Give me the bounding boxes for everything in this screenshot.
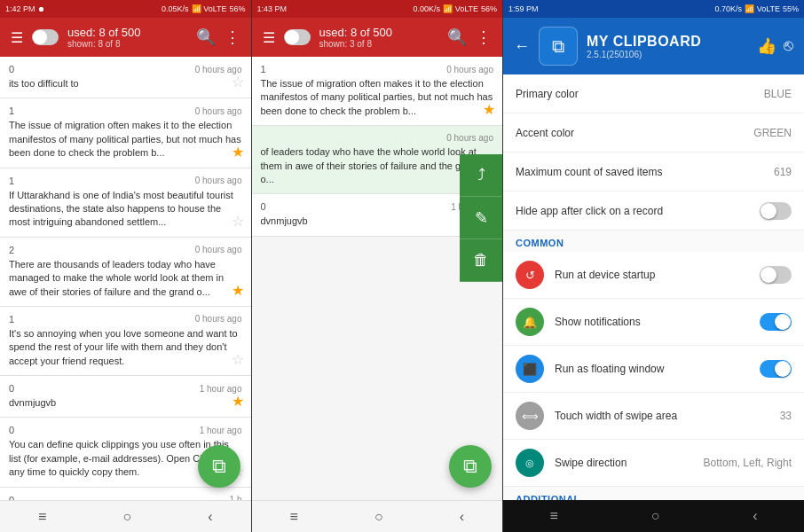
bottom-nav-3: ≡ ○ ‹ bbox=[503, 500, 804, 532]
app-icon-3: ⧉ bbox=[539, 27, 578, 66]
list-item[interactable]: 0 0 hours ago its too difficult to ☆ bbox=[0, 57, 251, 98]
more-icon-2[interactable]: ⋮ bbox=[476, 27, 492, 47]
fab-2[interactable]: ⧉ bbox=[449, 445, 492, 488]
panel-2: 1:43 PM 0.00K/s 📶 VoLTE 56% ☰ used: 8 of… bbox=[252, 0, 503, 532]
more-icon-1[interactable]: ⋮ bbox=[225, 27, 240, 47]
clip-list-1: 0 0 hours ago its too difficult to ☆ 1 0… bbox=[0, 57, 251, 500]
battery-1: 56% bbox=[229, 4, 245, 13]
nav-home-icon-2[interactable]: ○ bbox=[374, 509, 383, 525]
status-right-1: 0.05K/s 📶 VoLTE 56% bbox=[162, 4, 245, 13]
floating-icon: ⬛ bbox=[516, 355, 544, 383]
back-icon-3[interactable]: ← bbox=[514, 37, 530, 56]
action-overlay: ⤴ ✎ 🗑 bbox=[460, 154, 502, 282]
settings-header-actions: 👍 ⎋ bbox=[757, 36, 793, 56]
list-item[interactable]: 1 0 hours ago The issue of migration oft… bbox=[252, 57, 503, 126]
nav-home-icon-1[interactable]: ○ bbox=[122, 509, 131, 525]
swipe-direction-icon: ◎ bbox=[516, 449, 544, 477]
notification-icon: 🔔 bbox=[516, 308, 544, 336]
list-item[interactable]: 0 1 h Although cabin attendants are unde… bbox=[0, 488, 251, 500]
panel-3: 1:59 PM 0.70K/s 📶 VoLTE 55% ← ⧉ MY CLIPB… bbox=[503, 0, 804, 532]
settings-item-primary-color[interactable]: Primary color BLUE bbox=[503, 74, 804, 113]
section-additional-header: ADDITIONAL bbox=[503, 487, 804, 500]
speed-2: 0.00K/s bbox=[414, 4, 441, 13]
exit-icon[interactable]: ⎋ bbox=[784, 36, 793, 56]
settings-item-floating[interactable]: ⬛ Run as floating window bbox=[503, 346, 804, 393]
list-item[interactable]: 1 0 hours ago The issue of migration oft… bbox=[0, 98, 251, 168]
floating-toggle[interactable] bbox=[760, 360, 792, 378]
star-btn[interactable]: ★ bbox=[232, 393, 244, 410]
time-1: 1:42 PM bbox=[5, 4, 35, 13]
toolbar-main-title-2: used: 8 of 500 bbox=[319, 26, 439, 39]
list-item[interactable]: 1 0 hours ago It's so annoying when you … bbox=[0, 307, 251, 376]
search-icon-2[interactable]: 🔍 bbox=[447, 27, 467, 47]
nav-back-icon-2[interactable]: ‹ bbox=[460, 509, 464, 525]
settings-list: Primary color BLUE Accent color GREEN Ma… bbox=[503, 74, 804, 500]
nav-back-icon-1[interactable]: ‹ bbox=[208, 509, 212, 525]
swipe-width-icon: ⟺ bbox=[516, 402, 544, 430]
nav-menu-icon-1[interactable]: ≡ bbox=[38, 509, 46, 525]
share-action-btn[interactable]: ⤴ bbox=[460, 154, 502, 197]
star-btn[interactable]: ★ bbox=[232, 282, 244, 299]
settings-item-swipe-direction[interactable]: ◎ Swipe direction Bottom, Left, Right bbox=[503, 440, 804, 487]
nav-menu-icon-2[interactable]: ≡ bbox=[290, 509, 298, 525]
record-icon: ⏺ bbox=[38, 5, 45, 13]
star-btn[interactable]: ☆ bbox=[232, 351, 244, 368]
star-btn[interactable]: ☆ bbox=[232, 74, 244, 90]
hide-app-toggle[interactable] bbox=[760, 202, 792, 220]
delete-action-btn[interactable]: 🗑 bbox=[460, 239, 502, 282]
bottom-nav-1: ≡ ○ ‹ bbox=[0, 500, 251, 532]
settings-item-hide-app[interactable]: Hide app after click on a record bbox=[503, 192, 804, 231]
search-icon-1[interactable]: 🔍 bbox=[196, 27, 216, 47]
star-btn[interactable]: ★ bbox=[483, 101, 495, 118]
status-right-2: 0.00K/s 📶 VoLTE 56% bbox=[414, 4, 497, 13]
toolbar-2: ☰ used: 8 of 500 shown: 3 of 8 🔍 ⋮ bbox=[252, 18, 503, 57]
status-left-2: 1:43 PM bbox=[257, 4, 288, 13]
signal-icons-1: 📶 VoLTE bbox=[192, 4, 227, 13]
hamburger-menu-1[interactable]: ☰ bbox=[11, 29, 23, 46]
speed-3: 0.70K/s bbox=[715, 4, 743, 13]
settings-item-max-count[interactable]: Maximum count of saved items 619 bbox=[503, 153, 804, 192]
status-left-1: 1:42 PM ⏺ bbox=[5, 4, 45, 13]
toolbar-main-title-1: used: 8 of 500 bbox=[67, 26, 187, 39]
toolbar-sub-title-1: shown: 8 of 8 bbox=[67, 39, 187, 49]
panel-1: 1:42 PM ⏺ 0.05K/s 📶 VoLTE 56% ☰ used: 8 … bbox=[0, 0, 251, 532]
notifications-toggle[interactable] bbox=[760, 313, 792, 331]
theme-toggle-1[interactable] bbox=[32, 29, 59, 45]
toolbar-1: ☰ used: 8 of 500 shown: 8 of 8 🔍 ⋮ bbox=[0, 18, 251, 57]
settings-item-notifications[interactable]: 🔔 Show notifications bbox=[503, 299, 804, 346]
toolbar-sub-title-2: shown: 3 of 8 bbox=[319, 39, 439, 49]
settings-app-title: MY CLIPBOARD bbox=[587, 34, 748, 50]
settings-app-version: 2.5.1(250106) bbox=[587, 50, 748, 59]
toolbar-title-block-1: used: 8 of 500 shown: 8 of 8 bbox=[67, 26, 187, 49]
battery-2: 56% bbox=[481, 4, 497, 13]
edit-action-btn[interactable]: ✎ bbox=[460, 197, 502, 239]
startup-icon: ↺ bbox=[516, 261, 544, 289]
list-item[interactable]: 1 0 hours ago If Uttarakhand is one of I… bbox=[0, 168, 251, 238]
hamburger-menu-2[interactable]: ☰ bbox=[263, 29, 275, 46]
clip-list-2: ⤴ ✎ 🗑 1 0 hours ago The issue of migrati… bbox=[252, 57, 503, 500]
nav-menu-icon-3[interactable]: ≡ bbox=[549, 508, 557, 524]
time-2: 1:43 PM bbox=[257, 4, 288, 13]
nav-home-icon-3[interactable]: ○ bbox=[651, 508, 660, 524]
fab-1[interactable]: ⧉ bbox=[198, 445, 240, 488]
thumbs-up-icon[interactable]: 👍 bbox=[757, 36, 776, 56]
section-common-header: COMMON bbox=[503, 231, 804, 252]
startup-toggle[interactable] bbox=[760, 266, 792, 284]
nav-back-icon-3[interactable]: ‹ bbox=[753, 508, 757, 524]
settings-item-accent-color[interactable]: Accent color GREEN bbox=[503, 113, 804, 153]
settings-item-startup[interactable]: ↺ Run at device startup bbox=[503, 252, 804, 299]
signal-3: 📶 VoLTE bbox=[745, 4, 780, 13]
star-btn[interactable]: ★ bbox=[232, 144, 244, 160]
status-bar-2: 1:43 PM 0.00K/s 📶 VoLTE 56% bbox=[252, 0, 503, 18]
theme-toggle-2[interactable] bbox=[284, 29, 311, 45]
time-3: 1:59 PM bbox=[508, 4, 539, 13]
status-bar-3: 1:59 PM 0.70K/s 📶 VoLTE 55% bbox=[503, 0, 804, 18]
settings-item-swipe-width[interactable]: ⟺ Touch width of swipe area 33 bbox=[503, 393, 804, 440]
list-item[interactable]: 2 0 hours ago There are thousands of lea… bbox=[0, 238, 251, 307]
battery-3: 55% bbox=[783, 4, 799, 13]
star-btn[interactable]: ☆ bbox=[232, 213, 244, 230]
bottom-nav-2: ≡ ○ ‹ bbox=[252, 500, 503, 532]
toolbar-title-block-2: used: 8 of 500 shown: 3 of 8 bbox=[319, 26, 439, 49]
list-item[interactable]: 0 1 hour ago dvnmjugvb ★ bbox=[0, 376, 251, 418]
speed-1: 0.05K/s bbox=[162, 4, 189, 13]
